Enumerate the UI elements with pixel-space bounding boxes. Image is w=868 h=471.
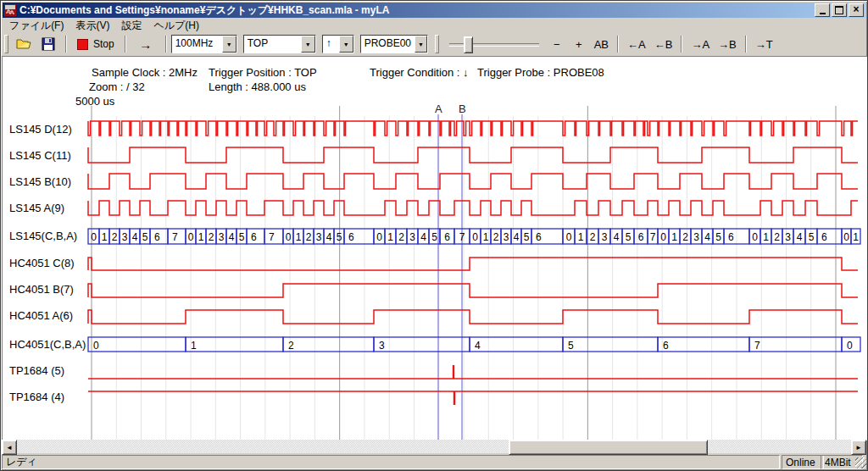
left-to-b-button[interactable]: ←B: [650, 35, 677, 53]
menu-item-1[interactable]: 表示(V): [70, 18, 115, 34]
svg-text:4: 4: [704, 231, 710, 243]
svg-text:1: 1: [671, 231, 677, 243]
svg-text:3: 3: [785, 231, 791, 243]
run-button[interactable]: →: [131, 35, 161, 53]
maximize-button[interactable]: [832, 3, 847, 17]
close-button[interactable]: ×: [849, 3, 864, 17]
svg-text:6: 6: [663, 340, 669, 352]
svg-text:0: 0: [660, 231, 666, 243]
svg-text:1: 1: [296, 231, 302, 243]
chevron-down-icon[interactable]: ▼: [415, 36, 427, 53]
status-online-text: Online: [786, 457, 815, 468]
svg-text:1: 1: [198, 231, 204, 243]
svg-text:2: 2: [398, 231, 404, 243]
toolbar-separator: [165, 36, 167, 53]
svg-text:1: 1: [483, 231, 489, 243]
right-to-a-button[interactable]: →A: [687, 35, 714, 53]
svg-text:1: 1: [191, 340, 197, 352]
waveform-row-0: [88, 121, 858, 136]
svg-text:0: 0: [376, 231, 382, 243]
trigger-position-combobox[interactable]: TOP ▼: [243, 35, 316, 53]
toolbar-grip[interactable]: [4, 35, 8, 53]
svg-text:7: 7: [269, 231, 275, 243]
trigger-position-value: TOP: [244, 36, 301, 53]
cursor-label-a: A: [435, 103, 442, 115]
open-file-button[interactable]: [12, 35, 37, 53]
chevron-down-icon[interactable]: ▼: [222, 36, 236, 53]
svg-text:4: 4: [229, 231, 235, 243]
chevron-down-icon[interactable]: ▼: [301, 36, 315, 53]
goto-trigger-button[interactable]: →T: [751, 35, 777, 53]
stop-button[interactable]: Stop: [71, 35, 120, 53]
svg-text:3: 3: [693, 231, 699, 243]
svg-text:5: 5: [142, 231, 148, 243]
svg-text:0: 0: [91, 231, 97, 243]
svg-text:1: 1: [387, 231, 393, 243]
minimize-button[interactable]: [815, 3, 830, 17]
svg-text:4: 4: [326, 231, 332, 243]
svg-text:4: 4: [132, 231, 138, 243]
zoom-in-button[interactable]: +: [568, 35, 590, 53]
svg-text:6: 6: [444, 231, 450, 243]
zoom-out-button[interactable]: −: [546, 35, 568, 53]
svg-text:4: 4: [614, 231, 620, 243]
save-floppy-icon: [42, 37, 57, 51]
svg-text:5: 5: [568, 340, 574, 352]
svg-text:4: 4: [475, 340, 481, 352]
menu-item-2[interactable]: 設定: [115, 18, 147, 34]
open-folder-icon: [16, 37, 33, 51]
svg-text:3: 3: [409, 231, 415, 243]
right-to-b-button[interactable]: →B: [714, 35, 741, 53]
svg-text:6: 6: [251, 231, 257, 243]
hc4051-bus-row: 012345670: [88, 337, 860, 352]
waveform-row-2: [88, 174, 858, 189]
svg-text:7: 7: [650, 231, 656, 243]
menu-item-3[interactable]: ヘルプ(H): [147, 18, 205, 34]
horizontal-scrollbar[interactable]: ◄ ►: [2, 440, 866, 453]
trigger-edge-value: ↑: [323, 36, 339, 53]
svg-text:0: 0: [847, 340, 853, 352]
app-icon: [4, 4, 16, 16]
scrollbar-thumb[interactable]: [509, 440, 708, 455]
chevron-down-icon[interactable]: ▼: [339, 36, 353, 53]
resize-grip[interactable]: [855, 457, 866, 468]
maximize-icon: [835, 6, 843, 14]
svg-text:6: 6: [638, 231, 644, 243]
close-icon: ×: [853, 5, 859, 14]
svg-text:3: 3: [379, 340, 385, 352]
svg-text:1: 1: [763, 231, 769, 243]
scroll-left-button[interactable]: ◄: [2, 440, 17, 455]
menu-item-0[interactable]: ファイル(F): [3, 18, 70, 34]
svg-text:2: 2: [306, 231, 312, 243]
save-file-button[interactable]: [37, 35, 61, 53]
waveform-row-1: [88, 147, 858, 163]
status-bar: レディ Online 4MBit: [2, 455, 866, 469]
status-online-badge: Online: [782, 455, 824, 469]
toolbar-separator: [681, 36, 682, 53]
zoom-slider-thumb[interactable]: [464, 36, 473, 53]
svg-text:3: 3: [602, 231, 608, 243]
toolbar-separator: [617, 36, 619, 53]
clock-combobox[interactable]: 100MHz ▼: [171, 35, 237, 53]
svg-text:2: 2: [112, 231, 118, 243]
toolbar-grip[interactable]: [435, 35, 439, 53]
svg-text:4: 4: [514, 231, 520, 243]
cursor-ab-button[interactable]: AB: [590, 35, 613, 53]
svg-text:5: 5: [337, 231, 342, 243]
svg-text:0: 0: [188, 231, 194, 243]
probe-combobox[interactable]: PROBE00 ▼: [360, 35, 428, 53]
ls145-bus-row: 0123456701234567012345601234567012345601…: [88, 229, 860, 244]
waveform-row-10: [88, 391, 858, 405]
svg-text:7: 7: [172, 231, 178, 243]
title-bar[interactable]: C:¥Documents and Settings¥noname¥デスクトップ¥…: [3, 3, 865, 18]
zoom-slider[interactable]: [449, 36, 539, 53]
trigger-edge-combobox[interactable]: ↑ ▼: [322, 35, 354, 53]
scroll-right-button[interactable]: ►: [851, 440, 866, 455]
left-to-a-button[interactable]: ←A: [623, 35, 650, 53]
svg-text:1: 1: [578, 231, 584, 243]
svg-text:2: 2: [288, 340, 294, 352]
svg-text:1: 1: [853, 231, 859, 243]
grid-lines: [92, 106, 836, 440]
svg-text:3: 3: [504, 231, 509, 243]
svg-text:4: 4: [797, 231, 803, 243]
